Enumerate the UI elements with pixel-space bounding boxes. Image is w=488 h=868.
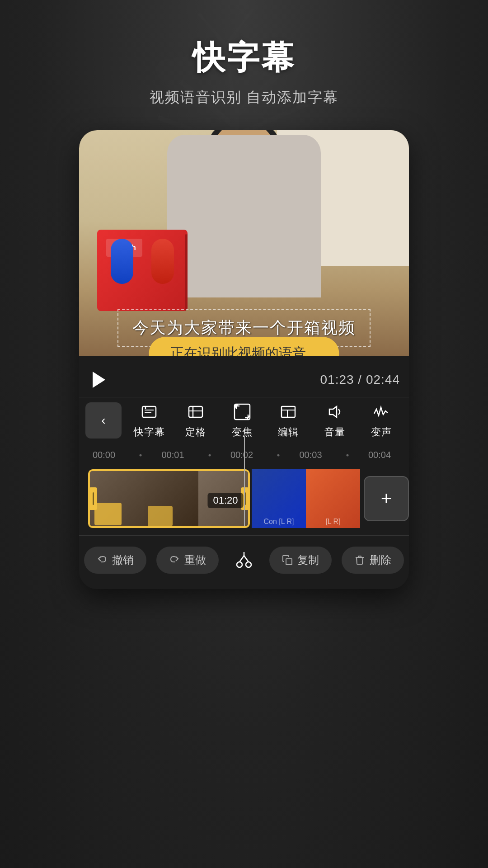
recognition-pill: 正在识别此视频的语音... (149, 337, 339, 356)
delete-button[interactable]: 删除 (342, 547, 404, 574)
svg-rect-36 (286, 559, 292, 565)
time-display: 01:23 / 02:44 (320, 373, 400, 387)
film-thumb-3: 01:20 (198, 471, 250, 528)
plus-icon: + (381, 488, 392, 509)
undo-button[interactable]: 撤销 (84, 547, 146, 574)
voice-icon (371, 402, 391, 422)
play-button[interactable] (88, 370, 108, 390)
redo-icon (169, 555, 180, 566)
freeze-label: 定格 (185, 425, 206, 439)
zoom-label: 变焦 (232, 425, 253, 439)
redo-label: 重做 (184, 553, 206, 567)
svg-rect-19 (142, 406, 156, 417)
toolbar-item-captions[interactable]: 快字幕 (131, 402, 167, 439)
controls-bar: 01:23 / 02:44 (79, 356, 409, 397)
svg-rect-23 (189, 406, 202, 417)
undo-label: 撤销 (112, 553, 134, 567)
svg-rect-27 (282, 406, 295, 417)
svg-line-33 (239, 556, 244, 562)
volume-label: 音量 (324, 425, 345, 439)
filmstrip-right: Con [L R] [L R] (252, 469, 360, 528)
header-section: 快字幕 视频语音识别 自动添加字幕 (150, 0, 339, 108)
timeline-bar: 00:00 00:01 00:02 00:03 00:04 (79, 443, 409, 465)
toolbar-item-volume[interactable]: 音量 (317, 402, 353, 439)
add-clip-button[interactable]: + (364, 476, 409, 521)
tick-3: 00:03 (300, 450, 327, 460)
freeze-icon (186, 402, 206, 422)
toolbar-item-voice[interactable]: 变声 (363, 402, 399, 439)
voice-label: 变声 (371, 425, 392, 439)
svg-line-34 (244, 556, 249, 562)
timestamp-badge: 01:20 (207, 493, 243, 508)
delete-label: 删除 (370, 553, 391, 567)
film-thumb-5: [L R] (306, 469, 360, 528)
page-subtitle: 视频语音识别 自动添加字幕 (150, 88, 339, 108)
toolbar-item-edit[interactable]: 编辑 (270, 402, 306, 439)
edit-icon (278, 402, 298, 422)
svg-marker-30 (329, 406, 337, 417)
tick-4: 00:04 (368, 450, 395, 460)
page-title: 快字幕 (150, 36, 339, 80)
bottom-toolbar: 撤销 重做 (79, 535, 409, 589)
back-button[interactable]: ‹ (85, 402, 122, 439)
copy-icon (282, 555, 293, 566)
film-thumb-1 (90, 471, 144, 528)
phone-frame: Switch 今天为大家带来一个开箱视频 正在识别此视频的语音... (79, 130, 409, 589)
toolbar-items: 快字幕 定格 变焦 (122, 402, 409, 439)
svg-point-32 (246, 562, 251, 567)
recognition-text: 正在识别此视频的语音... (170, 345, 317, 356)
copy-label: 复制 (297, 553, 319, 567)
svg-point-31 (237, 562, 242, 567)
toolbar-item-zoom[interactable]: 变焦 (224, 402, 260, 439)
video-preview: Switch 今天为大家带来一个开箱视频 正在识别此视频的语音... (79, 130, 409, 356)
undo-icon (97, 555, 108, 566)
volume-icon (325, 402, 345, 422)
tick-1: 00:01 (162, 450, 189, 460)
scissors-button[interactable] (229, 545, 259, 576)
zoom-icon (232, 402, 252, 422)
scissors-icon (233, 549, 255, 571)
captions-icon (139, 402, 159, 422)
captions-label: 快字幕 (134, 425, 165, 439)
back-icon: ‹ (101, 413, 105, 428)
delete-icon (354, 555, 365, 566)
selected-clip[interactable]: 01:20 (88, 469, 250, 528)
subtitle-text: 今天为大家带来一个开箱视频 (132, 318, 356, 337)
toolbar-item-freeze[interactable]: 定格 (178, 402, 214, 439)
play-icon (93, 372, 105, 388)
film-thumb-2 (144, 471, 198, 528)
redo-button[interactable]: 重做 (156, 547, 219, 574)
film-thumb-4: Con [L R] (252, 469, 306, 528)
copy-button[interactable]: 复制 (269, 547, 332, 574)
clip-handle-left[interactable] (89, 487, 97, 510)
tick-0: 00:00 (93, 450, 120, 460)
edit-label: 编辑 (278, 425, 299, 439)
